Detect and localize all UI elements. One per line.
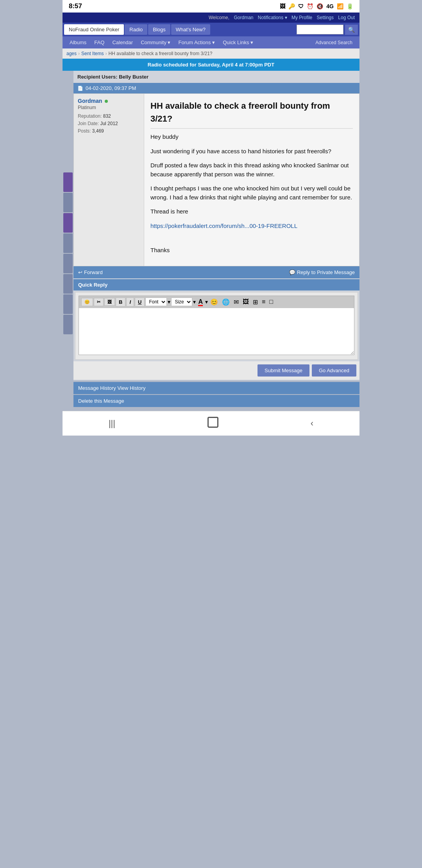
- subnav-community[interactable]: Community ▾: [137, 36, 174, 48]
- advanced-search-link[interactable]: Advanced Search: [311, 37, 356, 48]
- quick-reply-body: 😊 ✂ 🖼 B I U Font ▾ Size ▾ A: [75, 292, 358, 360]
- recipient-label: Recipient Users:: [77, 74, 118, 80]
- search-box: 🔍: [297, 25, 358, 35]
- home-icon: [207, 417, 218, 428]
- toolbar-link[interactable]: 🌐: [220, 298, 231, 307]
- reply-button[interactable]: 💬 Reply to Private Message: [289, 269, 355, 275]
- message-content: HH available to check a freeroll bounty …: [144, 94, 359, 266]
- breadcrumb-current: HH available to check a freeroll bounty …: [108, 51, 212, 56]
- toolbar-color[interactable]: A: [197, 298, 204, 306]
- submit-message-button[interactable]: Submit Message: [257, 364, 309, 377]
- radio-banner: Radio scheduled for Saturday, April 4 at…: [63, 59, 359, 71]
- quick-reply-header: Quick Reply: [73, 279, 359, 291]
- username-link[interactable]: Gordman: [234, 15, 253, 20]
- subnav-calendar[interactable]: Calendar: [108, 36, 137, 48]
- forward-icon: ↩: [78, 269, 82, 275]
- size-dropdown-icon: ▾: [193, 299, 196, 305]
- message-link[interactable]: https://pokerfraudalert.com/forum/sh...0…: [150, 222, 297, 229]
- reputation-value: 832: [103, 113, 111, 119]
- left-strip-2: [63, 193, 73, 212]
- bottom-menu-button[interactable]: |||: [109, 418, 115, 429]
- key-icon: 🔑: [288, 3, 295, 9]
- toolbar-email[interactable]: ✉: [232, 298, 240, 307]
- search-button[interactable]: 🔍: [345, 25, 358, 35]
- search-input[interactable]: [297, 25, 343, 34]
- go-advanced-button[interactable]: Go Advanced: [312, 364, 356, 377]
- toolbar-wrap[interactable]: ✂: [94, 298, 104, 306]
- user-meta: Reputation: 832 Join Date: Jul 2012 Post…: [78, 113, 140, 135]
- msg-para-2: Just wondering if you have access to han…: [150, 147, 353, 156]
- toolbar-code[interactable]: □: [268, 298, 275, 306]
- nav-radio[interactable]: Radio: [125, 24, 147, 35]
- left-strip-1: [63, 172, 73, 192]
- toolbar-underline[interactable]: U: [135, 298, 145, 307]
- toolbar-img[interactable]: 🖼: [104, 298, 115, 306]
- wifi-icon: 📶: [337, 3, 343, 9]
- toolbar-italic[interactable]: I: [126, 298, 134, 307]
- recipient-name: Belly Buster: [119, 74, 148, 80]
- message-date: 04-02-2020, 09:37 PM: [86, 85, 136, 91]
- welcome-text: Welcome, Gordman Notifications ▾ My Prof…: [209, 15, 355, 20]
- bottom-home-button[interactable]: [207, 417, 218, 430]
- status-icons: 🖼 🔑 🛡 ⏰ 🔇 4G 📶 🔋: [280, 3, 353, 9]
- toolbar-table[interactable]: ⊞: [251, 298, 259, 307]
- subnav-faq[interactable]: FAQ: [90, 36, 108, 48]
- msg-para-1: Hey buddy: [150, 133, 353, 142]
- posts-value: 3,469: [92, 128, 104, 134]
- toolbar-bold[interactable]: B: [116, 298, 125, 307]
- forward-button[interactable]: ↩ Forward: [78, 269, 103, 275]
- status-time: 8:57: [69, 2, 82, 10]
- breadcrumb-pages[interactable]: ages: [66, 51, 77, 56]
- breadcrumb: ages › Sent Items › HH available to chec…: [63, 48, 359, 59]
- message-history-bar[interactable]: Message History View History: [73, 382, 359, 394]
- font-select[interactable]: Font: [145, 298, 167, 306]
- size-select[interactable]: Size: [171, 298, 192, 306]
- msg-para-4: I thought perhaps I was the one who knoc…: [150, 184, 353, 202]
- user-username: Gordman: [78, 98, 140, 104]
- left-strip-8: [63, 315, 73, 334]
- subnav-forum-actions[interactable]: Forum Actions ▾: [175, 36, 219, 48]
- top-nav: NoFraud Online Poker Radio Blogs What's …: [63, 23, 359, 36]
- join-date-label: Join Date:: [78, 121, 99, 126]
- settings-link[interactable]: Settings: [317, 15, 334, 20]
- subnav-albums[interactable]: Albums: [66, 36, 90, 48]
- nav-whatsnew[interactable]: What's New?: [171, 24, 210, 35]
- online-indicator: [105, 100, 108, 103]
- image-icon: 🖼: [280, 3, 285, 9]
- left-strips: [63, 71, 73, 407]
- status-bar: 8:57 🖼 🔑 🛡 ⏰ 🔇 4G 📶 🔋: [63, 0, 359, 13]
- main-content: Recipient Users: Belly Buster 📄 04-02-20…: [73, 71, 359, 407]
- message-body-wrapper: Gordman Platinum Reputation: 832 Join Da…: [73, 93, 359, 266]
- color-dropdown-icon: ▾: [205, 299, 208, 305]
- user-rank: Platinum: [78, 105, 140, 110]
- toolbar-list[interactable]: ≡: [260, 298, 267, 306]
- signal-label: 4G: [326, 3, 334, 9]
- msg-para-link: https://pokerfraudalert.com/forum/sh...0…: [150, 222, 353, 231]
- nav-nofraud[interactable]: NoFraud Online Poker: [64, 24, 124, 35]
- nav-blogs[interactable]: Blogs: [148, 24, 170, 35]
- bottom-nav: ||| ‹: [63, 411, 359, 436]
- bottom-back-button[interactable]: ‹: [311, 418, 313, 429]
- toolbar-photo[interactable]: 🖼: [241, 298, 250, 306]
- font-dropdown-icon: ▾: [168, 299, 170, 305]
- log-out-link[interactable]: Log Out: [338, 15, 355, 20]
- delete-message-bar[interactable]: Delete this Message: [73, 395, 359, 407]
- my-profile-link[interactable]: My Profile: [291, 15, 312, 20]
- msg-para-3: Druff posted a few days back in this thr…: [150, 161, 353, 179]
- editor-toolbar: 😊 ✂ 🖼 B I U Font ▾ Size ▾ A: [79, 296, 354, 308]
- msg-para-5: Thread is here: [150, 207, 353, 216]
- shield-icon: 🛡: [298, 3, 304, 9]
- left-strip-5: [63, 254, 73, 273]
- quick-reply-section: Quick Reply 😊 ✂ 🖼 B I U Font ▾ Size: [73, 278, 359, 380]
- reply-textarea[interactable]: [79, 308, 354, 355]
- subnav-quick-links[interactable]: Quick Links ▾: [219, 36, 257, 48]
- msg-para-thanks: Thanks: [150, 246, 353, 255]
- notifications-link[interactable]: Notifications ▾: [258, 15, 287, 20]
- left-strip-6: [63, 274, 73, 294]
- user-info-panel: Gordman Platinum Reputation: 832 Join Da…: [74, 94, 144, 266]
- menu-icon: |||: [109, 418, 115, 428]
- toolbar-emoji[interactable]: 😊: [209, 298, 220, 307]
- toolbar-smilies[interactable]: 😊: [81, 298, 93, 306]
- breadcrumb-sent-items[interactable]: Sent Items: [81, 51, 104, 56]
- left-strip-4: [63, 233, 73, 253]
